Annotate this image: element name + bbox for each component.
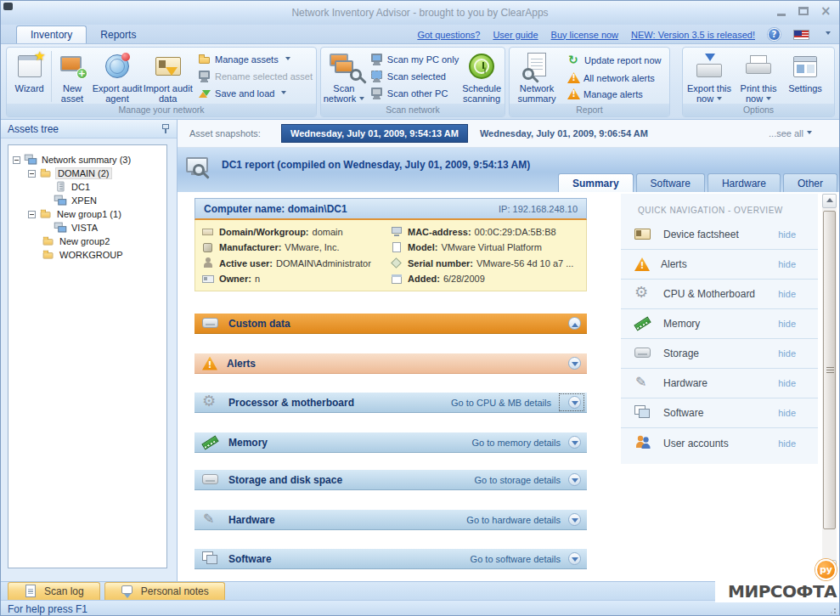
import-audit-data-button[interactable]: Import audit data	[143, 49, 193, 104]
factsheet-card-icon	[634, 227, 651, 242]
help-icon[interactable]	[768, 28, 781, 41]
asset-snapshots-bar: Asset snapshots: Wednesday, July 01, 200…	[178, 120, 839, 148]
quicknav-alerts[interactable]: Alerts hide	[621, 250, 818, 280]
vertical-scrollbar[interactable]	[822, 194, 837, 574]
language-dropdown-arrow-icon[interactable]	[826, 31, 831, 37]
scan-log-tab[interactable]: Scan log	[8, 582, 100, 600]
tab-inventory[interactable]: Inventory	[16, 25, 87, 43]
close-button[interactable]	[819, 6, 832, 18]
section-processor-motherboard[interactable]: Processor & motherboard Go to CPU & MB d…	[194, 393, 587, 413]
go-to-cpu-mb-details-link[interactable]: Go to CPU & MB details	[451, 398, 551, 408]
maximize-button[interactable]	[797, 6, 810, 18]
collapse-expander-icon[interactable]	[13, 156, 20, 164]
tab-reports[interactable]: Reports	[87, 25, 149, 43]
user-guide-link[interactable]: User guide	[493, 30, 538, 40]
tree-item-xpen[interactable]: XPEN	[8, 194, 166, 207]
new-version-link[interactable]: NEW: Version 3.5 is released!	[631, 30, 755, 40]
wizard-button[interactable]: Wizard	[8, 49, 50, 104]
expand-chevron-button[interactable]	[568, 396, 581, 409]
section-memory[interactable]: Memory Go to memory details	[194, 432, 587, 453]
section-alerts[interactable]: Alerts	[194, 353, 587, 374]
all-network-alerts-button[interactable]: All network alerts	[566, 71, 668, 84]
expand-chevron-button[interactable]	[568, 436, 581, 449]
manage-assets-button[interactable]: Manage assets	[196, 52, 314, 67]
resize-grip[interactable]	[827, 605, 836, 613]
go-to-storage-details-link[interactable]: Go to storage details	[474, 475, 561, 485]
dropdown-arrow-icon	[359, 97, 364, 103]
scan-my-pc-only-button[interactable]: Scan my PC only	[369, 52, 460, 67]
network-summary-button[interactable]: Network summary	[511, 49, 562, 104]
scan-selected-button[interactable]: Scan selected	[369, 69, 460, 84]
tree-item-dc1[interactable]: DC1	[8, 180, 166, 194]
scroll-up-button[interactable]	[822, 194, 837, 208]
tab-summary[interactable]: Summary	[558, 173, 634, 192]
hide-link[interactable]: hide	[778, 438, 796, 449]
export-this-now-button[interactable]: Export this now	[685, 49, 734, 104]
hide-link[interactable]: hide	[778, 229, 796, 240]
see-all-link[interactable]: ...see all	[769, 128, 812, 138]
manage-alerts-button[interactable]: Manage alerts	[566, 88, 668, 100]
scan-network-button[interactable]: Scan network	[323, 49, 365, 104]
tree-item-new-group2[interactable]: New group2	[8, 235, 166, 248]
hide-link[interactable]: hide	[778, 289, 796, 299]
save-and-load-button[interactable]: Save and load	[196, 86, 314, 101]
collapse-chevron-button[interactable]	[568, 317, 581, 330]
expand-chevron-button[interactable]	[568, 513, 581, 526]
folder-icon	[42, 235, 54, 247]
new-asset-button[interactable]: New asset	[53, 49, 91, 104]
tab-other[interactable]: Other	[783, 173, 837, 192]
tree-item-vista[interactable]: VISTA	[8, 221, 166, 235]
hide-link[interactable]: hide	[778, 378, 796, 388]
quicknav-memory[interactable]: Memory hide	[621, 309, 818, 339]
collapse-expander-icon[interactable]	[28, 170, 36, 178]
language-flag-icon[interactable]	[793, 30, 809, 40]
tree-item-network-summary[interactable]: Network summary (3)	[8, 153, 166, 167]
settings-button[interactable]: Settings	[783, 49, 827, 104]
tab-reports-label: Reports	[100, 29, 136, 41]
go-to-memory-details-link[interactable]: Go to memory details	[471, 438, 561, 448]
minimize-button[interactable]	[775, 6, 788, 18]
print-this-now-button[interactable]: Print this now	[734, 49, 783, 104]
schedule-scanning-button[interactable]: Schedule scanning	[460, 49, 503, 104]
quicknav-software[interactable]: Software hide	[621, 398, 818, 428]
folder-icon	[40, 208, 52, 220]
tree-item-workgroup[interactable]: WORKGROUP	[8, 248, 166, 262]
software-icon	[202, 551, 219, 567]
quicknav-user-accounts[interactable]: User accounts hide	[621, 428, 818, 458]
snapshot-previous[interactable]: Wednesday, July 01, 2009, 9:06:54 AM	[480, 128, 648, 138]
collapse-expander-icon[interactable]	[28, 211, 36, 218]
section-software[interactable]: Software Go to software details	[194, 549, 587, 569]
hide-link[interactable]: hide	[778, 319, 796, 329]
expand-chevron-button[interactable]	[568, 552, 581, 565]
quicknav-storage[interactable]: Storage hide	[621, 339, 818, 369]
buy-license-link[interactable]: Buy license now	[551, 30, 619, 40]
hide-link[interactable]: hide	[778, 408, 796, 418]
go-to-software-details-link[interactable]: Go to software details	[471, 554, 561, 564]
expand-chevron-button[interactable]	[568, 357, 581, 370]
section-custom-data[interactable]: Custom data	[194, 314, 587, 334]
scan-other-pc-button[interactable]: Scan other PC	[369, 86, 460, 101]
go-to-hardware-details-link[interactable]: Go to hardware details	[466, 515, 561, 525]
pin-icon[interactable]	[161, 123, 170, 134]
monitor-icon	[370, 87, 384, 100]
quicknav-cpu-motherboard[interactable]: CPU & Motherboard hide	[621, 280, 818, 309]
tab-hardware[interactable]: Hardware	[708, 173, 781, 192]
snapshot-selected[interactable]: Wednesday, July 01, 2009, 9:54:13 AM	[281, 124, 468, 143]
expand-chevron-button[interactable]	[568, 473, 581, 486]
update-report-now-button[interactable]: Update report now	[566, 53, 668, 68]
section-storage[interactable]: Storage and disk space Go to storage det…	[194, 470, 587, 490]
quicknav-hardware[interactable]: Hardware hide	[621, 369, 818, 398]
tree-item-domain[interactable]: DOMAIN (2)	[8, 167, 166, 180]
section-hardware[interactable]: Hardware Go to hardware details	[194, 510, 587, 530]
hide-link[interactable]: hide	[778, 259, 796, 269]
tab-software[interactable]: Software	[636, 173, 705, 192]
personal-notes-tab[interactable]: Personal notes	[104, 582, 225, 600]
tree-item-new-group1[interactable]: New group1 (1)	[8, 207, 166, 221]
got-questions-link[interactable]: Got questions?	[417, 30, 480, 40]
warning-icon	[202, 357, 217, 370]
quicknav-device-factsheet[interactable]: Device factsheet hide	[621, 220, 818, 250]
device-card-body: Domain/Workgroup: domain Manufacturer: V…	[194, 220, 587, 291]
hide-link[interactable]: hide	[778, 348, 796, 359]
scroll-thumb[interactable]	[823, 211, 836, 529]
export-audit-agent-button[interactable]: Export audit agent	[92, 49, 144, 104]
